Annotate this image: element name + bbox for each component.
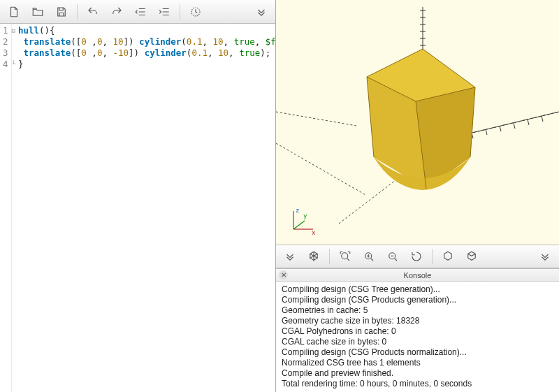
unindent-button[interactable] [129,2,152,22]
left-pane: 1234 ⊟└ hull(){ translate([0 ,0, 10]) cy… [0,0,276,392]
console-line: Geometry cache size in bytes: 18328 [282,316,553,326]
indent-button[interactable] [153,2,175,22]
new-file-button[interactable] [3,2,25,22]
console-line: Geometries in cache: 5 [282,305,553,316]
axis-gizmo: z x y [286,205,317,238]
zoom-fit-button[interactable] [334,247,356,266]
code-line[interactable]: hull(){ [18,25,275,36]
console-line: Compiling design (CSG Products normaliza… [282,347,553,358]
console-line: Compile and preview finished. [282,368,553,379]
3d-viewport[interactable]: z x y [276,0,559,245]
open-file-button[interactable] [27,2,49,22]
save-file-button[interactable] [50,2,73,22]
svg-line-17 [528,119,529,125]
code-area[interactable]: hull(){ translate([0 ,0, 10]) cylinder(0… [15,24,275,392]
console-panel: ✕ Konsole Compiling design (CSG Tree gen… [276,268,559,392]
line-number-gutter: 1234 [0,24,12,392]
render-button[interactable] [303,247,325,266]
right-pane: z x y ✕ Konsole [276,0,559,392]
zoom-in-button[interactable] [358,247,380,266]
undo-button[interactable] [82,2,104,22]
zoom-out-button[interactable] [382,247,404,266]
toolbar-divider [77,4,78,20]
code-line[interactable]: } [18,59,275,70]
svg-line-14 [486,129,487,135]
overflow-button[interactable] [250,2,273,22]
code-line[interactable]: translate([0 ,0, 10]) cylinder(0.1, 10, … [18,36,275,48]
viewport-toolbar [276,245,559,268]
console-close-button[interactable]: ✕ [279,270,288,280]
view-top-button[interactable] [460,247,483,266]
render-canvas[interactable] [276,0,559,245]
svg-line-4 [339,178,398,224]
code-line[interactable]: translate([0 ,0, -10]) cylinder(0.1, 10,… [18,48,275,59]
svg-line-1 [276,143,367,196]
redo-button[interactable] [106,2,128,22]
console-line: CGAL cache size in bytes: 0 [282,337,553,347]
overflow-left-button[interactable] [279,247,301,266]
app-root: 1234 ⊟└ hull(){ translate([0 ,0, 10]) cy… [0,0,559,392]
code-editor[interactable]: 1234 ⊟└ hull(){ translate([0 ,0, 10]) cy… [0,24,275,392]
line-number: 3 [0,48,11,59]
view-front-button[interactable] [437,247,459,266]
console-line: Normalized CSG tree has 1 elements [282,358,553,368]
svg-text:z: z [296,207,299,214]
svg-line-16 [514,123,515,129]
console-line: Compiling design (CSG Products generatio… [282,295,553,305]
svg-text:y: y [303,212,307,219]
overflow-right-button[interactable] [534,247,556,266]
console-line: Total rendering time: 0 hours, 0 minutes… [282,379,553,389]
toolbar-divider [180,4,180,20]
toolbar-divider [432,249,433,264]
svg-line-18 [542,116,543,122]
console-line: Compiling design (CSG Tree generation)..… [282,284,553,295]
console-line: CGAL Polyhedrons in cache: 0 [282,326,553,337]
toolbar-divider [329,249,330,264]
svg-line-3 [276,112,356,126]
svg-line-15 [500,126,501,131]
console-output[interactable]: Compiling design (CSG Tree generation)..… [276,282,559,392]
svg-text:x: x [312,229,316,236]
svg-line-33 [293,221,305,229]
line-number: 4 [0,59,11,70]
reset-view-button[interactable] [405,247,428,266]
svg-point-35 [342,253,348,259]
line-number: 1 [0,25,11,36]
editor-toolbar [0,0,275,24]
preview-button[interactable] [184,2,207,22]
console-title-label: Konsole [404,271,432,280]
console-titlebar: ✕ Konsole [276,269,559,282]
line-number: 2 [0,36,11,48]
